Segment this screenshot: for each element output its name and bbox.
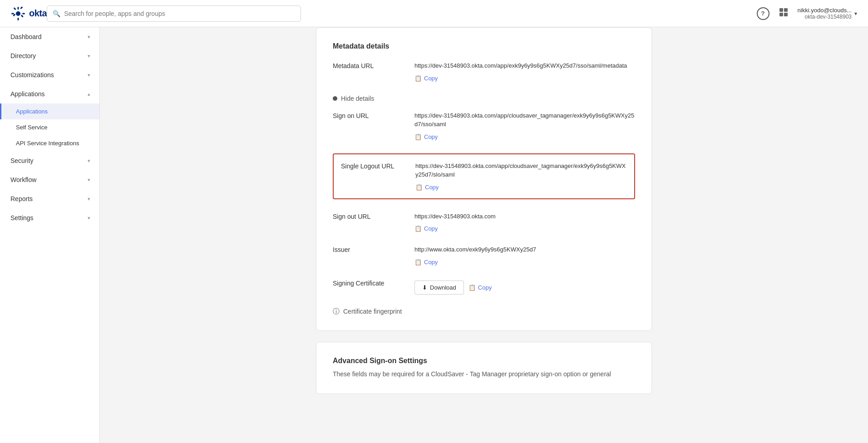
user-info: nikki.yodo@clouds... okta-dev-31548903 <box>798 7 852 20</box>
chevron-icon: ▾ <box>88 158 90 164</box>
copy-icon: 📋 <box>414 75 422 82</box>
fingerprint-icon: ⓘ <box>333 307 340 316</box>
sign-on-url-value-block: https://dev-31548903.okta.com/app/clouds… <box>414 111 635 141</box>
svg-rect-7 <box>20 6 23 9</box>
download-cert-label: Download <box>430 284 456 291</box>
single-logout-url-value-block: https://dev-31548903.okta.com/app/clouds… <box>415 162 627 191</box>
sign-on-url-copy-label: Copy <box>424 133 438 140</box>
hide-details-toggle[interactable]: Hide details <box>333 95 635 102</box>
search-icon: 🔍 <box>53 10 60 17</box>
sidebar-security-label: Security <box>10 157 34 164</box>
metadata-url-copy-label: Copy <box>424 75 438 82</box>
sidebar-workflow-label: Workflow <box>10 176 36 183</box>
metadata-details-card: Metadata details Metadata URL https://de… <box>316 27 652 331</box>
sign-out-url-copy-label: Copy <box>424 225 438 232</box>
chevron-icon: ▾ <box>88 215 90 221</box>
sign-out-url-value-block: https://dev-31548903.okta.com 📋 Copy <box>414 212 635 233</box>
sidebar-item-settings[interactable]: Settings ▾ <box>0 208 99 227</box>
chevron-up-icon: ▴ <box>88 91 90 97</box>
metadata-url-copy-button[interactable]: 📋 Copy <box>414 75 438 82</box>
hide-details-label: Hide details <box>341 95 374 102</box>
issuer-value: http://www.okta.com/exk9y6y9s6g5KWXy25d7 <box>414 245 635 254</box>
sidebar-reports-label: Reports <box>10 195 33 202</box>
metadata-url-row: Metadata URL https://dev-31548903.okta.c… <box>333 61 635 82</box>
signing-cert-copy-button[interactable]: 📋 Copy <box>469 284 492 291</box>
sidebar-item-customizations[interactable]: Customizations ▾ <box>0 65 99 84</box>
metadata-url-label: Metadata URL <box>333 61 414 69</box>
chevron-icon: ▾ <box>88 34 90 40</box>
chevron-icon: ▾ <box>88 196 90 202</box>
chevron-down-icon: ▾ <box>854 10 857 17</box>
grid-button[interactable] <box>779 7 789 20</box>
issuer-row: Issuer http://www.okta.com/exk9y6y9s6g5K… <box>333 245 635 266</box>
signing-cert-value-block: ⬇ Download 📋 Copy <box>414 279 635 295</box>
logo-text: okta <box>29 8 47 19</box>
single-logout-url-copy-button[interactable]: 📋 Copy <box>415 184 439 191</box>
sidebar-sub-item-self-service[interactable]: Self Service <box>0 119 99 135</box>
sub-applications-label: Applications <box>16 108 48 115</box>
hide-details-dot-icon <box>333 96 337 101</box>
sidebar-settings-label: Settings <box>10 214 34 222</box>
svg-rect-6 <box>21 15 24 17</box>
section-title: Metadata details <box>333 42 635 50</box>
sidebar-sub-item-api-service[interactable]: API Service Integrations <box>0 135 99 151</box>
copy-icon: 📋 <box>414 259 422 266</box>
header-right: ? nikki.yodo@clouds... okta-dev-31548903… <box>757 7 857 20</box>
sidebar-item-security[interactable]: Security ▾ <box>0 151 99 170</box>
search-bar[interactable]: 🔍 <box>47 5 301 22</box>
copy-icon: 📋 <box>414 225 422 232</box>
sign-on-url-label: Sign on URL <box>333 111 414 119</box>
svg-rect-1 <box>18 7 19 10</box>
sign-out-url-label: Sign out URL <box>333 212 414 220</box>
search-input[interactable] <box>64 10 295 17</box>
sign-out-url-row: Sign out URL https://dev-31548903.okta.c… <box>333 212 635 233</box>
sidebar: Dashboard ▾ Directory ▾ Customizations ▾… <box>0 27 100 443</box>
issuer-value-block: http://www.okta.com/exk9y6y9s6g5KWXy25d7… <box>414 245 635 266</box>
svg-rect-10 <box>784 8 788 12</box>
signing-cert-label: Signing Certificate <box>333 279 414 287</box>
svg-rect-5 <box>13 7 16 10</box>
download-cert-button[interactable]: ⬇ Download <box>414 281 464 295</box>
svg-point-0 <box>16 11 20 16</box>
copy-icon: 📋 <box>414 133 422 140</box>
help-button[interactable]: ? <box>757 7 769 20</box>
sidebar-sub-item-applications[interactable]: Applications <box>0 103 99 119</box>
sidebar-item-workflow[interactable]: Workflow ▾ <box>0 170 99 189</box>
sidebar-item-applications[interactable]: Applications ▴ <box>0 84 99 103</box>
user-org: okta-dev-31548903 <box>798 14 852 20</box>
sidebar-item-reports[interactable]: Reports ▾ <box>0 189 99 208</box>
issuer-label: Issuer <box>333 245 414 253</box>
sub-api-service-label: API Service Integrations <box>16 140 79 147</box>
sidebar-applications-label: Applications <box>10 90 45 98</box>
sidebar-item-directory[interactable]: Directory ▾ <box>0 46 99 65</box>
svg-rect-4 <box>22 13 25 14</box>
svg-rect-3 <box>11 13 14 14</box>
advanced-desc: These fields may be required for a Cloud… <box>333 369 635 379</box>
single-logout-url-row: Single Logout URL https://dev-31548903.o… <box>333 153 635 199</box>
user-name: nikki.yodo@clouds... <box>798 7 852 14</box>
svg-rect-11 <box>779 13 783 16</box>
single-logout-url-value: https://dev-31548903.okta.com/app/clouds… <box>415 162 627 179</box>
sidebar-customizations-label: Customizations <box>10 71 54 79</box>
sidebar-item-dashboard[interactable]: Dashboard ▾ <box>0 27 99 46</box>
sub-self-service-label: Self Service <box>16 124 47 131</box>
sign-out-url-copy-button[interactable]: 📋 Copy <box>414 225 438 232</box>
user-menu[interactable]: nikki.yodo@clouds... okta-dev-31548903 ▾ <box>798 7 857 20</box>
copy-icon: 📋 <box>415 184 423 191</box>
sign-on-url-copy-button[interactable]: 📋 Copy <box>414 133 438 140</box>
okta-sunburst-icon <box>11 6 25 21</box>
copy-icon: 📋 <box>469 284 476 291</box>
issuer-copy-button[interactable]: 📋 Copy <box>414 259 438 266</box>
metadata-url-value: https://dev-31548903.okta.com/app/exk9y6… <box>414 61 635 70</box>
sign-out-url-value: https://dev-31548903.okta.com <box>414 212 635 221</box>
chevron-icon: ▾ <box>88 72 90 78</box>
main-content: Metadata details Metadata URL https://de… <box>100 27 868 443</box>
sidebar-dashboard-label: Dashboard <box>10 33 42 40</box>
sign-on-url-value: https://dev-31548903.okta.com/app/clouds… <box>414 111 635 129</box>
sign-on-url-row: Sign on URL https://dev-31548903.okta.co… <box>333 111 635 141</box>
svg-rect-9 <box>779 8 783 12</box>
download-icon: ⬇ <box>422 284 427 291</box>
okta-logo: okta <box>11 6 47 21</box>
cert-fingerprint-toggle[interactable]: ⓘ Certificate fingerprint <box>333 307 635 316</box>
metadata-url-value-block: https://dev-31548903.okta.com/app/exk9y6… <box>414 61 635 82</box>
